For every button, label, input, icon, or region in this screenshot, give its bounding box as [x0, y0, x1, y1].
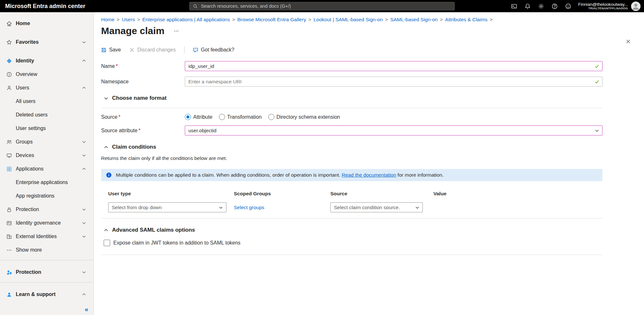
breadcrumb-link-users[interactable]: Users [122, 17, 135, 23]
expose-claim-checkbox[interactable] [104, 240, 110, 246]
sidebar-item-label: User settings [16, 125, 86, 131]
advanced-saml-options-toggle[interactable]: Advanced SAML claims options [101, 227, 602, 233]
condition-source-dropdown[interactable]: Select claim condition source. [330, 202, 423, 212]
sidebar-item-label: Enterprise applications [16, 180, 86, 185]
sidebar: HomeFavoritesIdentityOverviewUsersAll us… [0, 12, 94, 315]
breadcrumb-link-saml-based-sign-on[interactable]: SAML-based Sign-on [390, 17, 438, 23]
sidebar-item-deleted-users[interactable]: Deleted users [0, 108, 93, 122]
star-icon [6, 39, 14, 45]
namespace-input[interactable] [185, 77, 602, 87]
page-title: Manage claim [101, 25, 165, 36]
sidebar-item-devices[interactable]: Devices [0, 149, 93, 162]
close-button[interactable] [623, 37, 633, 46]
sidebar-item-favorites[interactable]: Favorites [0, 35, 93, 49]
account-menu[interactable]: Finnian@thelookoutway... TRIALTENANTPFLN… [578, 2, 628, 10]
top-bar: Microsoft Entra admin center Finnian@the… [0, 0, 644, 12]
save-button[interactable]: Save [101, 47, 121, 53]
source-radio-attribute[interactable]: Attribute [185, 114, 213, 120]
learn-support-person-icon [6, 292, 14, 297]
help-icon[interactable] [548, 0, 561, 12]
chevron-down-icon [82, 140, 86, 144]
breadcrumb-link-browse-microsoft-entra-gallery[interactable]: Browse Microsoft Entra Gallery [237, 17, 306, 23]
app-title[interactable]: Microsoft Entra admin center [0, 3, 85, 10]
source-radio-transformation[interactable]: Transformation [219, 114, 262, 120]
name-input[interactable] [185, 61, 602, 71]
read-documentation-link[interactable]: Read the documentation [342, 172, 396, 178]
sidebar-item-external-identities[interactable]: External Identities [0, 230, 93, 243]
radio-label: Directory schema extension [277, 114, 340, 120]
source-attribute-label: Source attribute* [101, 128, 185, 134]
breadcrumb-separator: > [117, 17, 119, 23]
sidebar-item-learn-support[interactable]: Learn & support [0, 288, 93, 301]
discard-changes-button[interactable]: Discard changes [129, 47, 175, 53]
radio-circle-icon [219, 114, 225, 120]
dropdown-placeholder: Select from drop down [112, 205, 162, 210]
sidebar-item-app-registrations[interactable]: App registrations [0, 189, 93, 203]
radio-label: Attribute [193, 114, 213, 120]
sidebar-collapse-button[interactable]: « [85, 306, 88, 313]
global-search[interactable] [189, 2, 455, 10]
title-more-button[interactable] [174, 28, 179, 34]
breadcrumb: Home>Users>Enterprise applications | All… [101, 17, 644, 23]
source-radio-directory-schema-extension[interactable]: Directory schema extension [268, 114, 340, 120]
home-icon [6, 21, 14, 26]
avatar[interactable] [631, 1, 641, 11]
search-icon [193, 4, 198, 9]
sidebar-item-users[interactable]: Users [0, 81, 93, 95]
sidebar-item-label: All users [16, 98, 86, 104]
bell-icon[interactable] [521, 0, 534, 12]
sidebar-item-show-more[interactable]: Show more [0, 243, 93, 257]
sidebar-item-enterprise-applications[interactable]: Enterprise applications [0, 176, 93, 189]
topbar-icons [507, 0, 575, 12]
sidebar-item-home[interactable]: Home [0, 17, 93, 30]
sidebar-item-identity[interactable]: Identity [0, 54, 93, 68]
namespace-label: Namespace [101, 79, 185, 85]
cloudshell-icon[interactable] [507, 0, 521, 12]
command-bar: Save Discard changes Got feedback? [101, 44, 644, 55]
sidebar-item-label: Deleted users [16, 112, 86, 118]
user-tenant: TRIALTENANTPFLNADOG [578, 7, 628, 10]
breadcrumb-link-home[interactable]: Home [101, 17, 114, 23]
claim-conditions-toggle[interactable]: Claim conditions [101, 144, 602, 150]
select-groups-link[interactable]: Select groups [234, 205, 264, 210]
user-type-dropdown[interactable]: Select from drop down [108, 202, 226, 212]
choose-name-format-toggle[interactable]: Choose name format [101, 95, 602, 101]
user-name: Finnian@thelookoutway... [578, 2, 628, 7]
sidebar-item-identity-governance[interactable]: Identity governance [0, 216, 93, 230]
save-label: Save [109, 47, 121, 53]
sidebar-item-applications[interactable]: Applications [0, 162, 93, 176]
info-text: Multiple conditions can be applied to a … [116, 172, 444, 178]
gear-icon[interactable] [534, 0, 548, 12]
sidebar-item-user-settings[interactable]: User settings [0, 122, 93, 135]
sidebar-item-groups[interactable]: Groups [0, 135, 93, 149]
chevron-down-icon [82, 221, 86, 225]
section-label: Advanced SAML claims options [112, 227, 195, 233]
search-input[interactable] [200, 3, 451, 9]
source-attribute-dropdown[interactable]: user.objectid [185, 125, 602, 135]
save-icon [101, 47, 107, 53]
sidebar-item-overview[interactable]: Overview [0, 68, 93, 81]
chevron-up-icon [104, 145, 109, 150]
icon-placeholder [6, 193, 14, 199]
sidebar-item-protection[interactable]: Protection [0, 265, 93, 279]
manage-claim-form: Name* Namespace Choose name format [101, 61, 602, 255]
feedback-smiley-icon[interactable] [561, 0, 575, 12]
chevron-down-icon [104, 96, 109, 101]
sidebar-item-label: Applications [16, 166, 82, 172]
chevron-down-icon [82, 234, 86, 239]
name-label: Name* [101, 63, 185, 69]
column-header-value: Value [433, 191, 602, 197]
sidebar-item-all-users[interactable]: All users [0, 95, 93, 108]
breadcrumb-separator: > [308, 17, 311, 23]
got-feedback-button[interactable]: Got feedback? [193, 47, 234, 53]
conditions-table: User typeScoped GroupsSourceValue Select… [101, 191, 602, 218]
breadcrumb-link-enterprise-applications-all-applications[interactable]: Enterprise applications | All applicatio… [142, 17, 230, 23]
chevron-up-icon [82, 59, 86, 63]
overview-info-icon [6, 71, 14, 77]
sidebar-item-protection[interactable]: Protection [0, 203, 93, 216]
sidebar-nav: HomeFavoritesIdentityOverviewUsersAll us… [0, 17, 93, 301]
breadcrumb-link-lookout-saml-based-sign-on[interactable]: Lookout | SAML-based Sign-on [314, 17, 383, 23]
more-dots-icon [6, 247, 14, 253]
breadcrumb-link-attributes-claims[interactable]: Attributes & Claims [445, 17, 488, 23]
sidebar-item-label: Identity governance [16, 220, 82, 226]
